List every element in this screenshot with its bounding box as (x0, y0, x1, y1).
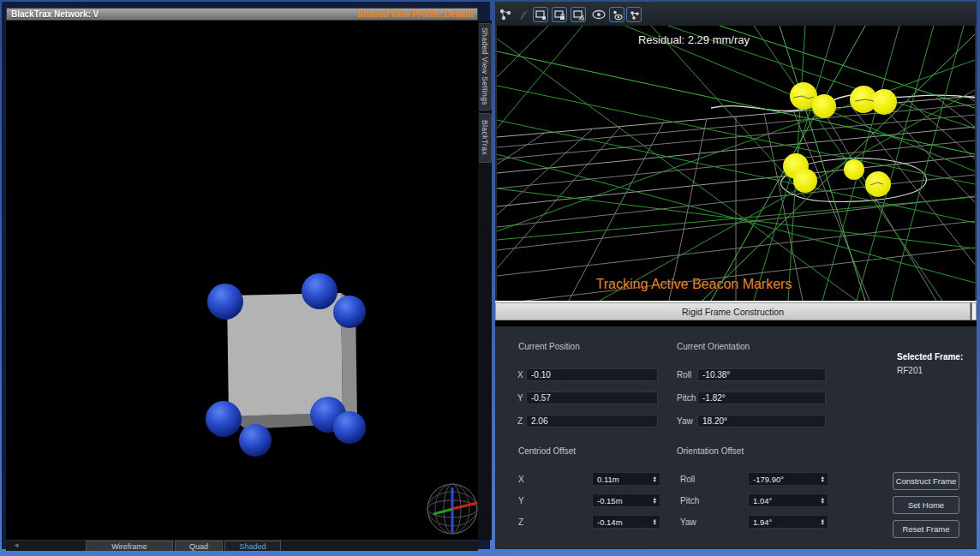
offset-pitch-stepper[interactable]: 1.04° ▲▼ (748, 493, 828, 507)
active-marker (844, 159, 864, 180)
scrollbar-nub[interactable] (971, 302, 977, 320)
centroid-y-stepper[interactable]: -0.15m ▲▼ (592, 493, 660, 507)
pos-x-label: X (517, 370, 523, 380)
blacktrax-window: BlackTrax Network: V Shaded View Profile… (0, 0, 980, 556)
stepper-arrows-icon[interactable]: ▲▼ (821, 475, 825, 483)
beacon-marker (302, 273, 338, 309)
stepper-arrows-icon[interactable]: ▲▼ (821, 518, 825, 526)
construct-frame-button[interactable]: Construct Frame (893, 472, 959, 490)
tab-quad[interactable]: Quad (175, 541, 223, 551)
tab-wireframe[interactable]: Wireframe (86, 541, 173, 551)
marker-group-icon[interactable] (626, 7, 642, 22)
shaded-scene (6, 21, 478, 540)
set-home-button[interactable]: Set Home (893, 496, 959, 514)
current-position-title: Current Position (518, 342, 580, 351)
centroid-z-label: Z (518, 517, 523, 527)
beacon-marker (207, 284, 243, 320)
beacon-marker (239, 424, 272, 457)
offset-yaw-stepper[interactable]: 1.94° ▲▼ (748, 515, 828, 529)
beacon-marker (333, 411, 366, 444)
beacon-marker (333, 296, 366, 328)
viewport-toolbar (495, 2, 977, 26)
shaded-3d-viewport[interactable] (6, 21, 478, 540)
active-marker (865, 171, 891, 197)
orientation-gizmo (427, 484, 477, 534)
centroid-y-label: Y (518, 496, 524, 505)
offset-pitch-label: Pitch (680, 496, 699, 505)
frame-transform-icon[interactable] (571, 7, 586, 22)
wireframe-3d-viewport[interactable]: Residual: 2.29 mm/ray Tracking Active Be… (497, 26, 975, 301)
beacon-marker (206, 401, 242, 437)
centroid-offset-title: Centriod Offset (518, 446, 576, 456)
rigid-frame-form: Current Position X -0.10 Y -0.57 Z 2.06 … (495, 326, 977, 549)
orient-roll-label: Roll (677, 370, 691, 380)
stepper-arrows-icon[interactable]: ▲▼ (653, 497, 657, 505)
selected-frame-value: RF201 (897, 366, 923, 375)
marker-visibility-icon[interactable] (609, 7, 624, 22)
rigid-frame-construction-header[interactable]: Rigid Frame Construction (495, 302, 971, 320)
tracking-panel: Residual: 2.29 mm/ray Tracking Active Be… (495, 2, 977, 549)
side-tab-strip: Shaded View Settings BlackTrax (478, 21, 492, 540)
active-marker (871, 89, 897, 115)
orient-yaw-field[interactable]: 18.20° (697, 415, 826, 427)
tab-shaded-view-settings[interactable]: Shaded View Settings (479, 23, 492, 111)
active-marker (793, 169, 817, 193)
active-marker (812, 94, 836, 118)
selected-frame-label: Selected Frame: (897, 352, 963, 362)
left-panel-titlebar: BlackTrax Network: V Shaded View Profile… (6, 8, 478, 21)
centroid-x-stepper[interactable]: 0.11m ▲▼ (592, 472, 660, 486)
orient-pitch-field[interactable]: -1.82° (697, 392, 826, 404)
nodes-icon[interactable] (498, 7, 513, 22)
stepper-arrows-icon[interactable]: ▲▼ (821, 497, 825, 505)
tracking-status-text: Tracking Active Beacon Markers (548, 277, 840, 292)
offset-roll-label: Roll (680, 475, 695, 484)
network-title: BlackTrax Network: V (11, 9, 99, 19)
pos-z-label: Z (517, 416, 523, 426)
pos-y-field[interactable]: -0.57 (526, 392, 658, 404)
orient-roll-field[interactable]: -10.38° (697, 368, 826, 381)
frame-lock-icon[interactable] (552, 7, 567, 22)
stepper-arrows-icon[interactable]: ▲▼ (653, 518, 657, 526)
pos-z-field[interactable]: 2.06 (526, 415, 658, 427)
stepper-arrows-icon[interactable]: ▲▼ (653, 475, 657, 483)
reset-frame-button[interactable]: Reset Frame (893, 520, 959, 538)
current-orientation-title: Current Orientation (677, 342, 750, 351)
offset-yaw-label: Yaw (680, 517, 696, 527)
divider (495, 320, 977, 326)
shaded-view-panel: BlackTrax Network: V Shaded View Profile… (2, 2, 490, 549)
centroid-z-stepper[interactable]: -0.14m ▲▼ (592, 515, 660, 529)
residual-readout: Residual: 2.29 mm/ray (565, 33, 822, 46)
orient-pitch-label: Pitch (677, 393, 696, 403)
frame-capture-icon[interactable] (533, 7, 548, 22)
tab-shaded[interactable]: Shaded (224, 541, 281, 551)
offset-roll-stepper[interactable]: -179.90° ▲▼ (748, 472, 828, 486)
eye-icon[interactable] (591, 7, 607, 22)
view-mode-tab-bar: ◄ Wireframe Quad Shaded (6, 540, 478, 551)
pos-y-label: Y (517, 393, 523, 403)
shaded-view-profile-label: Shaded View Profile: Default (357, 9, 473, 19)
tab-blacktrax[interactable]: BlackTrax (479, 113, 492, 163)
tracking-scene (497, 26, 975, 301)
orient-yaw-label: Yaw (677, 416, 693, 426)
brush-icon[interactable] (517, 7, 532, 22)
scroll-left-icon[interactable]: ◄ (13, 541, 20, 549)
orientation-offset-title: Orientation Offset (677, 446, 744, 456)
pos-x-field[interactable]: -0.10 (526, 368, 658, 381)
centroid-x-label: X (518, 475, 524, 484)
